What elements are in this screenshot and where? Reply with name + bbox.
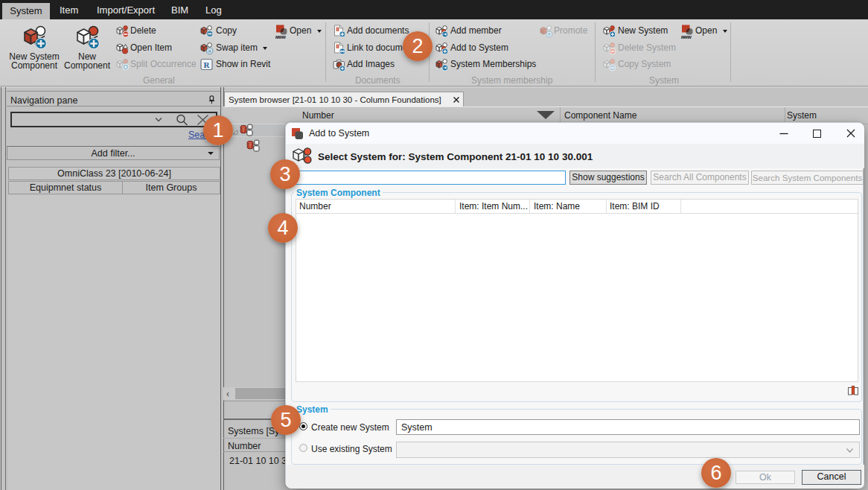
svg-text:R: R [204, 60, 211, 69]
svg-text:www: www [681, 34, 692, 39]
svg-text:www: www [275, 34, 286, 39]
